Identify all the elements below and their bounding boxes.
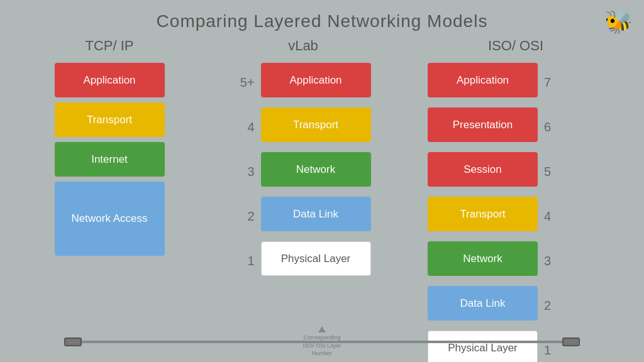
cable-right-end <box>562 337 580 346</box>
cable-label: CorrespondingISO/ OSI LayerNumber <box>303 334 341 358</box>
vlab-num-5plus: 5+ <box>236 75 255 90</box>
iso-physical-layer: Physical Layer <box>428 331 538 362</box>
cable-area: CorrespondingISO/ OSI LayerNumber <box>0 341 644 343</box>
iso-num-3: 3 <box>544 254 559 268</box>
vlab-transport-layer: Transport <box>261 107 371 142</box>
cable-left-end <box>64 337 82 346</box>
vlab-row-2: 2 Data Link <box>221 197 385 236</box>
vlab-row-1: 1 Physical Layer <box>221 241 385 281</box>
vlab-title: vLab <box>288 38 318 54</box>
vlab-application-layer: Application <box>261 63 371 97</box>
iso-presentation-layer: Presentation <box>428 107 538 142</box>
iso-datalink-layer: Data Link <box>428 286 538 321</box>
cable-line: CorrespondingISO/ OSI LayerNumber <box>64 341 580 343</box>
tcpip-column: TCP/ IP Application Transport Internet N… <box>40 38 179 261</box>
iso-row-4: Transport 4 <box>428 197 604 236</box>
vlab-physical-layer: Physical Layer <box>261 241 371 276</box>
iso-row-2: Data Link 2 <box>428 286 604 326</box>
iso-session-layer: Session <box>428 152 538 187</box>
iso-num-5: 5 <box>544 165 559 179</box>
vlab-num-3: 3 <box>236 165 255 179</box>
vlab-row-4: 4 Transport <box>221 107 385 147</box>
iso-application-layer: Application <box>428 63 538 97</box>
vlab-network-layer: Network <box>261 152 371 187</box>
iso-num-1: 1 <box>544 343 559 358</box>
iso-row-5: Session 5 <box>428 152 604 192</box>
tcpip-application-layer: Application <box>55 63 165 97</box>
tcpip-network-access-layer: Network Access <box>55 182 165 256</box>
vlab-column: vLab 5+ Application 4 Transport 3 Networ… <box>221 38 385 286</box>
vlab-row-3: 3 Network <box>221 152 385 192</box>
vlab-row-5plus: 5+ Application <box>221 63 385 102</box>
page-title: Comparing Layered Networking Models <box>0 0 644 31</box>
iso-row-1: Physical Layer 1 <box>428 331 604 362</box>
iso-num-4: 4 <box>544 209 559 224</box>
vlab-num-4: 4 <box>236 120 255 134</box>
vlab-num-1: 1 <box>236 254 255 268</box>
iso-num-7: 7 <box>544 75 559 90</box>
vlab-datalink-layer: Data Link <box>261 197 371 231</box>
iso-network-layer: Network <box>428 241 538 276</box>
iso-transport-layer: Transport <box>428 197 538 231</box>
iso-row-6: Presentation 6 <box>428 107 604 147</box>
tcpip-title: TCP/ IP <box>85 38 133 54</box>
cable-arrow <box>318 326 326 332</box>
iso-row-3: Network 3 <box>428 241 604 281</box>
vlab-num-2: 2 <box>236 209 255 224</box>
tcpip-transport-layer: Transport <box>55 102 165 137</box>
columns-area: TCP/ IP Application Transport Internet N… <box>0 38 644 362</box>
bee-icon: 🐝 <box>604 9 633 35</box>
iso-num-2: 2 <box>544 299 559 313</box>
iso-column: ISO/ OSI Application 7 Presentation 6 Se… <box>428 38 604 362</box>
iso-row-7: Application 7 <box>428 63 604 102</box>
tcpip-internet-layer: Internet <box>55 142 165 177</box>
iso-num-6: 6 <box>544 120 559 134</box>
iso-title: ISO/ OSI <box>488 38 543 54</box>
